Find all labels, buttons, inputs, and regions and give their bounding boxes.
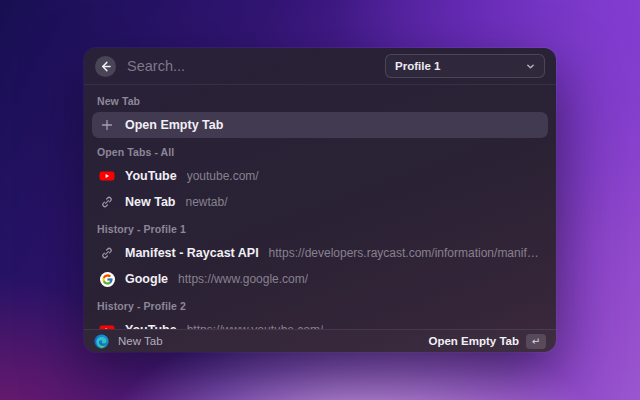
profile-dropdown-value: Profile 1: [395, 60, 440, 72]
arrow-left-icon: [100, 61, 111, 72]
youtube-icon: [99, 168, 115, 184]
section-title-history-profile-1: History - Profile 1: [92, 215, 548, 240]
plus-icon: [99, 117, 115, 133]
row-subtitle: https://developers.raycast.com/informati…: [269, 246, 541, 260]
open-empty-tab-button[interactable]: Open Empty Tab: [428, 335, 519, 347]
profile-dropdown[interactable]: Profile 1: [385, 54, 545, 78]
edge-icon: [94, 334, 109, 349]
link-icon: [99, 245, 115, 261]
list-item-youtube-history[interactable]: YouTube https://www.youtube.com/: [92, 317, 548, 329]
enter-key-icon: ↵: [526, 334, 546, 349]
google-icon: [99, 271, 115, 287]
row-title: New Tab: [125, 195, 175, 209]
list-item-google[interactable]: Google https://www.google.com/: [92, 266, 548, 292]
row-title: YouTube: [125, 169, 177, 183]
list-item-youtube-tab[interactable]: YouTube youtube.com/: [92, 163, 548, 189]
results-list: New Tab Open Empty Tab Open Tabs - All Y…: [84, 85, 556, 329]
row-subtitle: newtab/: [185, 195, 227, 209]
chevron-down-icon: [526, 62, 535, 71]
row-title: Open Empty Tab: [125, 118, 223, 132]
search-header: Profile 1: [84, 48, 556, 85]
row-subtitle: youtube.com/: [187, 169, 259, 183]
youtube-icon: [99, 322, 115, 329]
list-item-manifest-raycast-api[interactable]: Manifest - Raycast API https://developer…: [92, 240, 548, 266]
search-input[interactable]: [127, 58, 375, 74]
section-title-open-tabs: Open Tabs - All: [92, 138, 548, 163]
action-bar: New Tab Open Empty Tab ↵: [84, 329, 556, 352]
row-subtitle: https://www.google.com/: [178, 272, 308, 286]
row-title: Google: [125, 272, 168, 286]
link-icon: [99, 194, 115, 210]
desktop-wallpaper: Profile 1 New Tab Open Empty Tab Open Ta…: [0, 0, 640, 400]
footer-primary-action: Open Empty Tab ↵: [428, 334, 546, 349]
row-title: Manifest - Raycast API: [125, 246, 259, 260]
footer-app-label: New Tab: [118, 335, 163, 347]
section-title-new-tab: New Tab: [92, 87, 548, 112]
section-title-history-profile-2: History - Profile 2: [92, 292, 548, 317]
list-item-new-tab[interactable]: New Tab newtab/: [92, 189, 548, 215]
back-button[interactable]: [95, 56, 116, 77]
list-item-open-empty-tab[interactable]: Open Empty Tab: [92, 112, 548, 138]
launcher-window: Profile 1 New Tab Open Empty Tab Open Ta…: [84, 48, 556, 352]
